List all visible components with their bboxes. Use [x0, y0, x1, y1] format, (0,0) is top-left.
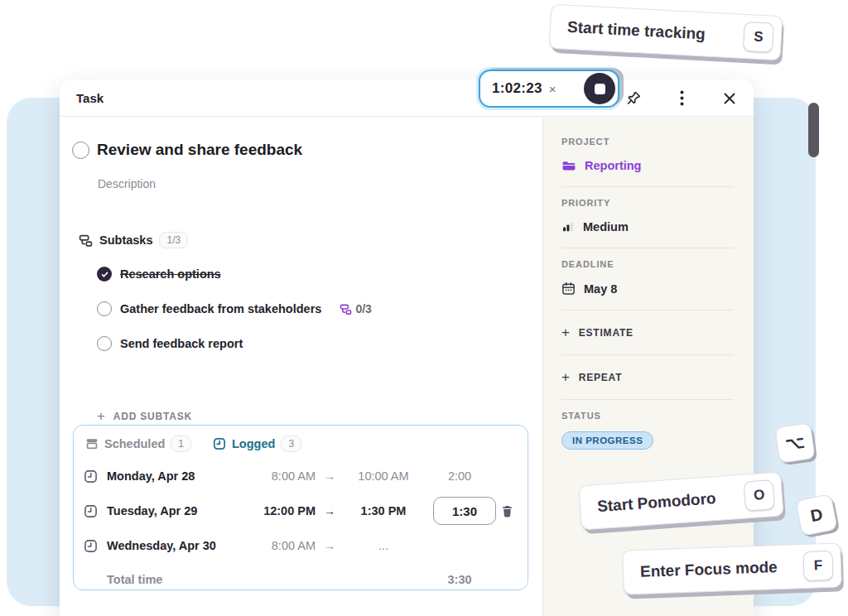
project-name: Reporting — [585, 159, 641, 172]
clock-icon — [84, 469, 107, 484]
add-subtask-label: ADD SUBTASK — [113, 411, 192, 422]
entry-day: Wednesday, Apr 30 — [107, 539, 229, 552]
task-title[interactable]: Review and share feedback — [97, 141, 302, 159]
shortcut-key-option: ⌥ — [774, 422, 816, 464]
clock-icon — [84, 539, 107, 553]
deadline-date: May 8 — [584, 282, 617, 296]
tab-logged-label: Logged — [232, 437, 275, 450]
total-time-row: Total time 3:30 — [74, 563, 528, 596]
tooltip-start-time-tracking: Start time tracking S — [549, 4, 783, 61]
modal-header: Task — [60, 79, 754, 117]
divider — [561, 186, 734, 187]
task-complete-checkbox[interactable] — [72, 142, 89, 159]
timer-value: 1:02:23 — [492, 80, 542, 97]
shortcut-key-s: S — [743, 22, 774, 53]
entry-start-time[interactable]: 8:00 AM — [229, 539, 316, 552]
arrow-icon: → — [316, 539, 344, 552]
entry-end-time[interactable]: ... — [344, 539, 423, 552]
status-badge[interactable]: IN PROGRESS — [561, 431, 653, 450]
duration-input[interactable] — [433, 497, 496, 525]
tooltip-label: Enter Focus mode — [640, 558, 778, 581]
time-tracking-card: Scheduled 1 Logged 3 — [73, 425, 528, 590]
modal-title: Task — [76, 91, 104, 105]
tab-scheduled-count: 1 — [171, 436, 191, 452]
shortcut-key-f: F — [802, 551, 833, 581]
folder-icon — [561, 159, 576, 172]
total-time-label: Total time — [107, 573, 229, 586]
subtasks-icon — [340, 303, 352, 315]
timer-pill: 1:02:23 × — [479, 70, 619, 108]
subtask-checkbox[interactable] — [97, 301, 112, 316]
plus-icon: + — [561, 370, 571, 384]
status-label: STATUS — [561, 411, 734, 421]
add-subtask-button[interactable]: + ADD SUBTASK — [97, 409, 192, 423]
entry-end-time[interactable]: 1:30 PM — [344, 504, 423, 517]
plus-icon: + — [561, 325, 571, 339]
stop-icon — [595, 84, 605, 94]
kebab-icon — [680, 90, 684, 106]
deadline-value[interactable]: May 8 — [561, 282, 734, 296]
stop-timer-button[interactable] — [584, 73, 615, 104]
task-modal: Task — [60, 79, 754, 616]
tab-scheduled[interactable]: Scheduled 1 — [85, 436, 191, 452]
add-estimate-button[interactable]: + ESTIMATE — [561, 310, 734, 354]
subtask-checkbox[interactable] — [97, 336, 112, 351]
pin-icon — [625, 90, 642, 107]
entry-duration[interactable]: 2:00 — [423, 469, 496, 483]
entry-start-time[interactable]: 12:00 PM — [229, 504, 316, 517]
add-repeat-button[interactable]: + REPEAT — [561, 355, 734, 399]
subtask-row: Send feedback report — [97, 336, 243, 351]
pin-button[interactable] — [623, 88, 644, 109]
entry-day: Monday, Apr 28 — [107, 469, 229, 483]
deadline-label: DEADLINE — [561, 259, 734, 269]
subtask-child-count: 0/3 — [340, 302, 371, 315]
subtask-label[interactable]: Gather feedback from stakeholders — [120, 302, 321, 315]
total-time-value: 3:30 — [423, 573, 496, 586]
tab-logged-count: 3 — [281, 436, 301, 452]
tooltip-enter-focus-mode: Enter Focus mode F — [622, 542, 842, 594]
close-button[interactable] — [719, 88, 740, 109]
time-entry-row: Wednesday, Apr 30 8:00 AM → ... — [74, 528, 528, 563]
task-sidebar: PROJECT Reporting PRIORITY — [542, 118, 754, 616]
shortcut-key-d: D — [795, 493, 838, 537]
subtasks-header: Subtasks 1/3 — [79, 232, 188, 248]
tab-scheduled-label: Scheduled — [104, 437, 165, 450]
priority-medium-icon — [561, 220, 575, 233]
subtask-label[interactable]: Send feedback report — [120, 337, 243, 350]
shortcut-key-o: O — [744, 479, 775, 511]
more-menu-button[interactable] — [671, 88, 692, 109]
calendar-icon — [561, 282, 576, 296]
scrollbar-thumb[interactable] — [808, 103, 819, 157]
entry-day: Tuesday, Apr 29 — [107, 504, 229, 517]
tab-logged[interactable]: Logged 3 — [213, 436, 301, 452]
timer-dismiss-button[interactable]: × — [549, 82, 556, 96]
time-entry-row: Tuesday, Apr 29 12:00 PM → 1:30 PM — [74, 493, 528, 528]
subtask-row: Gather feedback from stakeholders 0/3 — [97, 301, 372, 316]
clock-icon — [84, 504, 107, 518]
arrow-icon: → — [316, 469, 344, 483]
subtasks-count-badge: 1/3 — [159, 232, 188, 248]
header-actions — [623, 79, 740, 117]
subtask-label[interactable]: Research options — [120, 267, 221, 281]
delete-entry-button[interactable] — [496, 504, 518, 518]
add-repeat-label: REPEAT — [579, 372, 623, 383]
priority-name: Medium — [583, 220, 629, 233]
tooltip-label: Start time tracking — [567, 18, 706, 44]
description-field[interactable]: Description — [98, 177, 156, 190]
subtasks-icon — [79, 233, 93, 248]
calendar-icon — [85, 437, 99, 450]
task-title-row: Review and share feedback — [72, 141, 302, 159]
subtask-checkbox-checked[interactable] — [97, 267, 112, 282]
trash-icon — [500, 504, 514, 518]
project-value[interactable]: Reporting — [561, 159, 734, 172]
task-content: Review and share feedback Description Su… — [60, 118, 542, 616]
arrow-icon: → — [316, 504, 344, 517]
entry-start-time[interactable]: 8:00 AM — [229, 469, 316, 483]
priority-value[interactable]: Medium — [561, 220, 734, 233]
divider — [561, 248, 734, 248]
close-icon — [723, 92, 736, 105]
divider — [561, 399, 734, 400]
subtasks-label: Subtasks — [99, 233, 152, 247]
time-entry-row: Monday, Apr 28 8:00 AM → 10:00 AM 2:00 — [74, 459, 528, 493]
entry-end-time[interactable]: 10:00 AM — [344, 469, 423, 483]
